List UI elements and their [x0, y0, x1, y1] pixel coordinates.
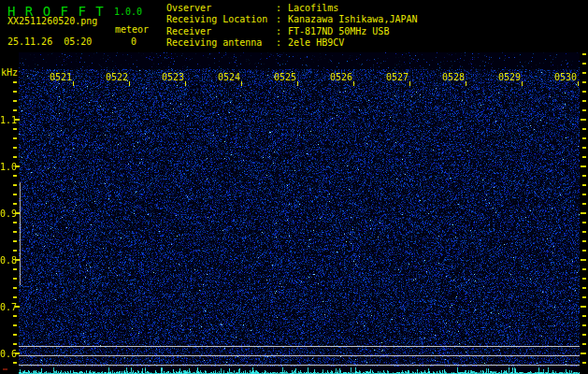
level-marker-line: [20, 182, 21, 285]
freq-label-0.7: 0.7: [0, 302, 14, 312]
freq-label-1.0: 1.0: [0, 162, 14, 172]
freq-minor-tick-right: [582, 81, 586, 83]
app-version: 1.0.0: [114, 7, 142, 17]
capture-datetime: 25.11.26 05:20: [7, 36, 92, 47]
freq-minor-tick-left: [13, 343, 17, 345]
station-value: Kanazawa Ishikawa,JAPAN: [288, 14, 417, 24]
station-label: Receiving Location: [166, 14, 276, 25]
freq-minor-tick-right: [582, 137, 586, 139]
reference-line-upper: [19, 346, 580, 347]
freq-label-1.1: 1.1: [0, 115, 14, 125]
freq-major-tick-right-1.0: [581, 165, 586, 167]
station-colon: :: [276, 14, 281, 24]
freq-major-tick-right-0.9: [581, 212, 586, 214]
meteor-count: 0: [131, 36, 136, 47]
freq-axis-unit: kHz: [1, 67, 18, 78]
freq-minor-tick-left: [13, 128, 17, 130]
hrofft-screen: H R O F F T 1.0.0 XX2511260520.png meteo…: [0, 0, 588, 374]
freq-major-tick-right-0.8: [581, 259, 586, 261]
freq-minor-tick-right: [582, 343, 586, 345]
station-colon: :: [276, 37, 281, 48]
station-value: Lacofilms: [288, 3, 338, 13]
station-value: FT-817ND 50MHz USB: [288, 26, 389, 36]
freq-minor-tick-left: [13, 268, 17, 270]
freq-minor-tick-right: [582, 231, 586, 233]
station-label: Receiver: [166, 26, 276, 37]
freq-major-tick-right-0.6: [581, 352, 586, 354]
freq-minor-tick-right: [582, 203, 586, 205]
freq-minor-tick-right: [582, 156, 586, 158]
freq-minor-tick-left: [13, 287, 17, 289]
station-row-2: Receiver:FT-817ND 50MHz USB: [166, 26, 418, 37]
freq-minor-tick-left: [13, 175, 17, 177]
freq-minor-tick-right: [582, 175, 586, 177]
freq-minor-tick-right: [582, 287, 586, 289]
freq-minor-tick-left: [13, 240, 17, 242]
freq-minor-tick-left: [13, 184, 17, 186]
freq-minor-tick-left: [13, 109, 17, 111]
freq-minor-tick-right: [582, 334, 586, 336]
station-info: Ovserver:LacofilmsReceiving Location:Kan…: [166, 3, 418, 50]
capture-filename: XX2511260520.png: [7, 16, 97, 26]
freq-label-0.6: 0.6: [0, 349, 14, 359]
freq-label-0.9: 0.9: [0, 209, 14, 219]
freq-minor-tick-left: [13, 91, 17, 93]
mode-label: meteor: [115, 24, 149, 35]
red-speck: [3, 368, 7, 370]
reference-line-lower: [19, 365, 580, 366]
freq-minor-tick-left: [13, 156, 17, 158]
freq-minor-tick-left: [13, 137, 17, 139]
station-row-0: Ovserver:Lacofilms: [166, 3, 418, 14]
freq-minor-tick-right: [582, 100, 586, 102]
freq-minor-tick-right: [582, 250, 586, 252]
spectrogram-canvas: [19, 52, 580, 374]
freq-minor-tick-left: [13, 81, 17, 83]
freq-minor-tick-right: [582, 147, 586, 149]
freq-minor-tick-right: [582, 315, 586, 317]
freq-minor-tick-right: [582, 53, 586, 55]
freq-major-tick-right-0.7: [581, 306, 586, 308]
freq-minor-tick-left: [13, 100, 17, 102]
reference-line-middle: [19, 355, 580, 356]
freq-minor-tick-left: [13, 362, 17, 364]
freq-minor-tick-left: [13, 315, 17, 317]
freq-minor-tick-right: [582, 296, 586, 298]
freq-minor-tick-right: [582, 128, 586, 130]
freq-major-tick-right-1.1: [581, 119, 586, 121]
freq-minor-tick-right: [582, 324, 586, 326]
freq-minor-tick-right: [582, 278, 586, 280]
freq-minor-tick-right: [582, 194, 586, 195]
station-label: Receiving antenna: [166, 37, 276, 49]
freq-minor-tick-right: [582, 240, 586, 242]
freq-minor-tick-right: [582, 63, 586, 65]
freq-label-0.8: 0.8: [0, 255, 14, 266]
freq-minor-tick-right: [582, 109, 586, 111]
freq-minor-tick-left: [13, 296, 17, 298]
station-row-1: Receiving Location:Kanazawa Ishikawa,JAP…: [166, 14, 418, 25]
freq-minor-tick-left: [13, 147, 17, 149]
freq-minor-tick-left: [13, 203, 17, 205]
freq-minor-tick-left: [13, 222, 17, 223]
freq-minor-tick-right: [582, 222, 586, 223]
station-row-3: Receiving antenna:2ele HB9CV: [166, 37, 418, 49]
freq-minor-tick-left: [13, 250, 17, 252]
freq-minor-tick-left: [13, 194, 17, 195]
freq-minor-tick-right: [582, 184, 586, 186]
freq-minor-tick-right: [582, 91, 586, 93]
freq-minor-tick-left: [13, 324, 17, 326]
station-value: 2ele HB9CV: [288, 37, 344, 48]
freq-minor-tick-right: [582, 268, 586, 270]
station-colon: :: [276, 26, 281, 36]
freq-minor-tick-right: [582, 362, 586, 364]
station-colon: :: [276, 3, 281, 13]
station-label: Ovserver: [166, 3, 276, 14]
freq-minor-tick-left: [13, 231, 17, 233]
freq-minor-tick-left: [13, 278, 17, 280]
freq-minor-tick-left: [13, 334, 17, 336]
freq-minor-tick-right: [582, 72, 586, 74]
